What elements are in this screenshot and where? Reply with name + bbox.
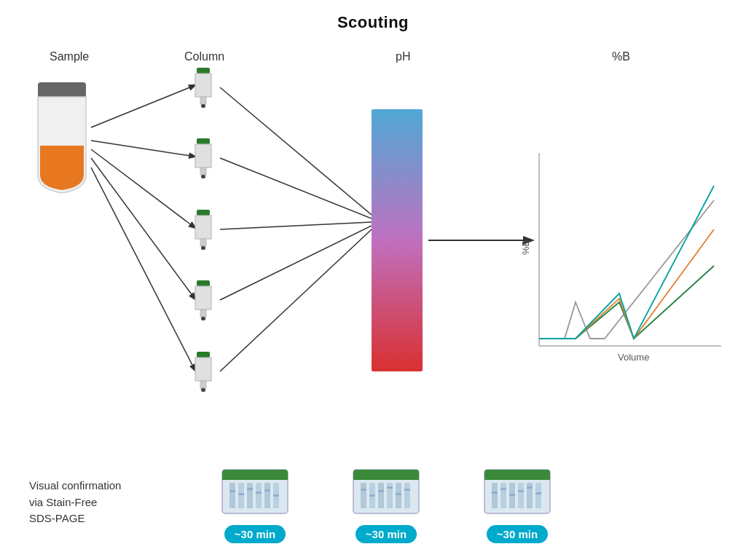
svg-line-8 (91, 158, 195, 299)
svg-rect-26 (197, 352, 210, 358)
svg-text:pH: pH (396, 50, 410, 63)
svg-rect-15 (195, 144, 211, 167)
svg-rect-45 (238, 483, 244, 508)
svg-rect-65 (361, 489, 366, 491)
svg-rect-4 (38, 82, 86, 98)
svg-rect-67 (378, 490, 384, 492)
svg-rect-69 (396, 493, 401, 495)
bottom-section: Visual confirmation via Stain-Free SDS-P… (0, 444, 746, 560)
gel-item-2: ~30 min (350, 462, 423, 543)
time-badge-2: ~30 min (356, 525, 417, 543)
svg-rect-48 (264, 483, 270, 508)
svg-rect-18 (197, 210, 210, 216)
svg-rect-16 (200, 167, 206, 175)
svg-rect-59 (361, 483, 366, 508)
svg-rect-64 (404, 483, 410, 508)
svg-rect-84 (527, 486, 533, 489)
svg-rect-75 (500, 483, 506, 508)
svg-text:Column: Column (184, 50, 224, 63)
page-title: Scouting (0, 0, 746, 32)
svg-rect-17 (201, 175, 205, 178)
svg-rect-44 (229, 483, 235, 508)
gel-group: ~30 min (219, 462, 554, 543)
svg-rect-50 (229, 490, 235, 492)
gel-cassette-2 (350, 462, 423, 521)
svg-rect-28 (200, 381, 206, 388)
svg-rect-61 (378, 483, 384, 508)
svg-rect-66 (369, 494, 375, 497)
svg-rect-12 (200, 97, 206, 104)
svg-rect-27 (195, 358, 211, 381)
svg-rect-52 (247, 488, 253, 490)
svg-rect-68 (387, 486, 393, 489)
svg-rect-80 (492, 492, 498, 494)
svg-rect-10 (197, 68, 210, 74)
gel-cassette-3 (481, 462, 554, 521)
svg-rect-81 (500, 488, 506, 490)
svg-line-30 (220, 87, 372, 215)
svg-rect-47 (256, 483, 262, 508)
svg-rect-13 (201, 104, 205, 108)
svg-rect-22 (197, 280, 210, 286)
svg-line-5 (91, 85, 195, 127)
svg-text:Volume: Volume (618, 352, 649, 363)
svg-line-33 (220, 226, 372, 300)
svg-rect-21 (201, 246, 205, 250)
svg-rect-51 (238, 493, 244, 495)
svg-rect-43 (222, 477, 288, 480)
svg-rect-20 (200, 239, 206, 246)
gel-item-1: ~30 min (219, 462, 291, 543)
svg-line-31 (220, 158, 372, 218)
svg-rect-63 (396, 483, 401, 508)
svg-rect-23 (195, 286, 211, 309)
svg-rect-35 (372, 109, 423, 371)
svg-line-9 (91, 167, 195, 371)
svg-text:%B: %B (612, 50, 630, 63)
svg-rect-58 (353, 477, 419, 480)
svg-rect-55 (273, 494, 279, 497)
svg-rect-79 (535, 483, 541, 508)
time-badge-1: ~30 min (224, 525, 286, 543)
gel-cassette-1 (219, 462, 291, 521)
svg-rect-11 (195, 74, 211, 97)
svg-text:%B: %B (520, 240, 531, 255)
svg-line-6 (91, 141, 195, 157)
svg-text:Sample: Sample (50, 50, 89, 63)
gel-item-3: ~30 min (481, 462, 554, 543)
svg-rect-83 (518, 490, 524, 492)
svg-rect-82 (509, 494, 515, 496)
svg-rect-46 (247, 483, 253, 508)
main-diagram: Sample Column pH %B (0, 40, 746, 448)
svg-line-34 (220, 229, 372, 371)
svg-rect-85 (535, 492, 541, 494)
svg-rect-74 (492, 483, 498, 508)
svg-rect-70 (404, 489, 410, 491)
visual-confirmation-text: Visual confirmation via Stain-Free SDS-P… (29, 478, 175, 527)
svg-rect-19 (195, 216, 211, 239)
svg-rect-25 (201, 317, 205, 320)
svg-rect-14 (197, 138, 210, 144)
svg-rect-54 (264, 489, 270, 492)
svg-line-7 (91, 149, 195, 228)
svg-rect-73 (484, 477, 550, 480)
svg-rect-77 (518, 483, 524, 508)
svg-line-32 (220, 222, 372, 229)
page: Scouting Sample Column pH %B (0, 0, 746, 560)
svg-rect-29 (201, 388, 205, 392)
time-badge-3: ~30 min (487, 525, 548, 543)
svg-rect-24 (200, 309, 206, 317)
svg-rect-53 (256, 492, 262, 494)
